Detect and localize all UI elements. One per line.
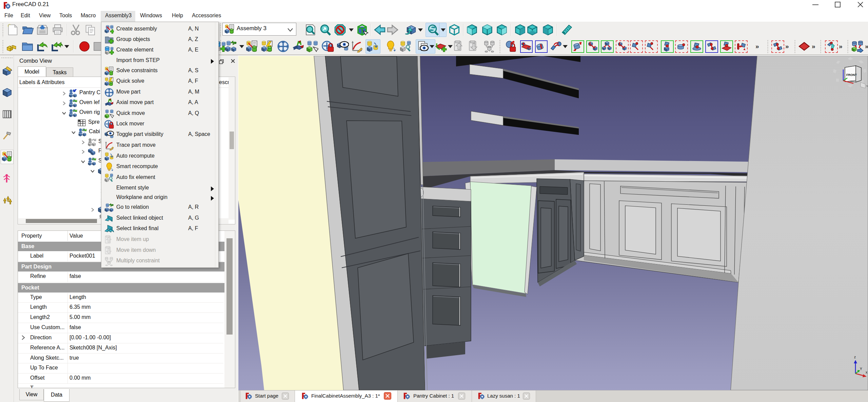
svg-text:z: z: [854, 355, 856, 359]
svg-text:FRONT: FRONT: [846, 73, 857, 77]
svg-text:Y: Y: [860, 367, 862, 371]
svg-text:x: x: [866, 370, 867, 374]
